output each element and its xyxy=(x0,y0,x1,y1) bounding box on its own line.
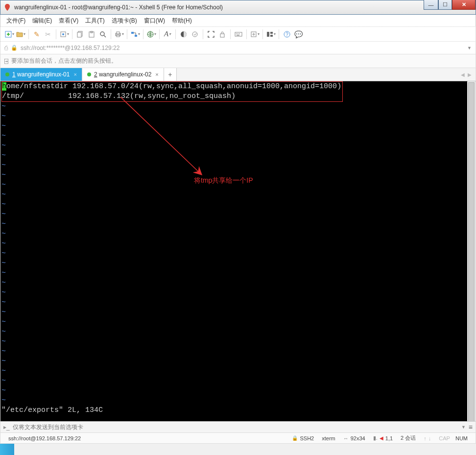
find-icon[interactable] xyxy=(98,29,108,40)
up-arrow-icon[interactable]: ↑ xyxy=(424,435,427,441)
status-bar: ssh://root@192.168.57.129:22 🔒SSH2 xterm… xyxy=(0,433,476,444)
hint-arrow-icon[interactable]: ⍈ xyxy=(4,57,8,65)
status-dot-icon xyxy=(87,72,91,76)
vim-tilde: ~ xyxy=(1,102,6,111)
menu-bar: 文件(F) 编辑(E) 查看(V) 工具(T) 选项卡(B) 窗口(W) 帮助(… xyxy=(0,15,476,26)
svg-rect-25 xyxy=(270,32,273,34)
lock-icon: 🔒 xyxy=(292,435,298,441)
svg-rect-24 xyxy=(267,32,269,37)
tab-prev-icon[interactable]: ◀ xyxy=(461,72,465,77)
lock-icon[interactable] xyxy=(217,29,227,40)
menu-tabs[interactable]: 选项卡(B) xyxy=(112,17,137,25)
vim-tilde: ~ xyxy=(1,249,6,258)
vim-tilde: ~ xyxy=(1,367,6,375)
annotation-text: 将tmp共享给一个IP xyxy=(194,175,253,185)
menu-tools[interactable]: 工具(T) xyxy=(85,17,104,25)
signal-icon: ▮. xyxy=(373,435,378,441)
addr-prompt-icon: ⎙ xyxy=(4,45,8,51)
vim-tilde: ~ xyxy=(1,279,6,287)
separator xyxy=(72,29,72,39)
separator xyxy=(262,29,263,39)
print-icon[interactable] xyxy=(114,29,124,40)
menu-file[interactable]: 文件(F) xyxy=(6,17,25,25)
transfer-icon[interactable] xyxy=(130,29,140,40)
separator xyxy=(111,29,111,39)
vim-tilde: ~ xyxy=(1,308,6,316)
arrow-icon: ◀ xyxy=(380,435,383,441)
vim-tilde: ~ xyxy=(1,298,6,307)
svg-rect-17 xyxy=(220,34,224,37)
close-button[interactable]: ✕ xyxy=(452,0,476,10)
menu-help[interactable]: 帮助(H) xyxy=(172,17,192,25)
disconnect-icon[interactable]: ✂ xyxy=(43,29,53,40)
addr-dropdown-icon[interactable]: ▼ xyxy=(467,46,472,50)
terminal[interactable]: home/nfstestdir 192.168.57.0/24(rw,sync,… xyxy=(0,81,476,421)
font-icon[interactable]: A xyxy=(163,29,172,40)
tab-session-2[interactable]: 2 wangruifenglinux-02 × xyxy=(82,68,164,81)
addr-url[interactable]: ssh://root:********@192.168.57.129:22 xyxy=(21,45,464,51)
copy-icon[interactable] xyxy=(75,29,85,40)
status-connection: ssh://root@192.168.57.129:22 xyxy=(4,435,288,441)
address-bar: ⎙ 🔒 ssh://root:********@192.168.57.129:2… xyxy=(0,42,476,54)
status-dot-icon xyxy=(5,72,9,76)
fullscreen-icon[interactable] xyxy=(206,29,216,40)
compose-prompt-icon: ▸_ xyxy=(3,424,10,431)
help-icon[interactable]: ? xyxy=(282,29,292,40)
down-arrow-icon[interactable]: ↓ xyxy=(428,435,431,441)
separator xyxy=(175,29,176,39)
color-scheme-icon[interactable] xyxy=(179,29,189,40)
svg-rect-18 xyxy=(235,32,242,36)
separator xyxy=(246,29,247,39)
vim-tilde: ~ xyxy=(1,181,6,189)
separator xyxy=(143,29,143,39)
separator xyxy=(127,29,127,39)
vim-tilde: ~ xyxy=(1,191,6,199)
status-term-type: xterm xyxy=(318,435,339,441)
paste-icon[interactable] xyxy=(87,29,96,40)
tab-close-icon[interactable]: × xyxy=(73,72,76,77)
svg-point-16 xyxy=(192,32,197,37)
tab-session-1[interactable]: 1 wangruifenglinux-01 × xyxy=(0,68,82,81)
layout-icon[interactable] xyxy=(266,29,276,40)
svg-rect-11 xyxy=(117,35,119,37)
tab-label: wangruifenglinux-01 xyxy=(17,71,70,78)
tab-next-icon[interactable]: ▶ xyxy=(468,72,472,77)
minimize-button[interactable]: — xyxy=(424,0,438,10)
reconnect-icon[interactable]: ✎ xyxy=(32,29,42,40)
svg-rect-20 xyxy=(238,33,238,34)
hint-bar: ⍈ 要添加当前会话，点击左侧的箭头按钮。 xyxy=(0,54,476,68)
open-icon[interactable] xyxy=(16,29,25,40)
status-term-size: 92x34 xyxy=(351,435,365,441)
compose-input[interactable] xyxy=(13,424,458,431)
terminal-content: home/nfstestdir 192.168.57.0/24(rw,sync,… xyxy=(0,81,476,415)
new-session-icon[interactable] xyxy=(4,29,14,40)
tab-add-button[interactable]: + xyxy=(164,68,177,81)
separator xyxy=(203,29,203,39)
terminal-scrollbar[interactable] xyxy=(467,81,476,421)
svg-rect-6 xyxy=(91,31,93,33)
terminal-line-2: /tmp/ 192.168.57.132(rw,sync,no_root_squ… xyxy=(2,92,236,100)
keyboard-icon[interactable] xyxy=(234,29,243,40)
menu-edit[interactable]: 编辑(E) xyxy=(32,17,52,25)
compose-menu-icon[interactable]: ≡ xyxy=(469,423,473,431)
compose-dropdown-icon[interactable]: ▼ xyxy=(461,425,466,430)
window-titlebar: wangruifenglinux-01 - root@wangruifeng-0… xyxy=(0,0,476,15)
globe-icon[interactable] xyxy=(146,29,156,40)
script-icon[interactable] xyxy=(250,29,260,40)
vim-tilde: ~ xyxy=(1,171,6,179)
menu-view[interactable]: 查看(V) xyxy=(59,17,78,25)
vim-tilde: ~ xyxy=(1,386,6,395)
tab-close-icon[interactable]: × xyxy=(155,72,158,77)
svg-rect-4 xyxy=(77,32,81,37)
vim-tilde: ~ xyxy=(1,328,6,336)
vim-status-line: "/etc/exports" 2L, 134C xyxy=(1,406,103,414)
maximize-button[interactable]: ☐ xyxy=(438,0,452,10)
tab-number: 2 xyxy=(94,71,97,78)
menu-window[interactable]: 窗口(W) xyxy=(144,17,165,25)
chat-icon[interactable]: 💬 xyxy=(293,29,303,40)
properties-icon[interactable] xyxy=(59,29,69,40)
highlight-icon[interactable] xyxy=(190,29,200,40)
app-icon xyxy=(3,3,11,11)
vim-tilde: ~ xyxy=(1,377,6,385)
tab-bar: 1 wangruifenglinux-01 × 2 wangruifenglin… xyxy=(0,68,476,81)
